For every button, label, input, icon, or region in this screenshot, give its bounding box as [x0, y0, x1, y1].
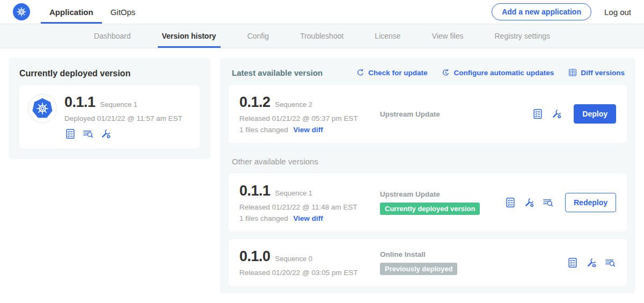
top-nav-right: Add a new application Log out — [492, 0, 631, 24]
refresh-icon — [356, 68, 365, 77]
subnav-tab-view-files[interactable]: View files — [432, 24, 464, 48]
subnav-tab-config[interactable]: Config — [247, 24, 269, 48]
version-card-0-1-1: 0.1.1 Sequence 1 Released 01/21/22 @ 11:… — [229, 174, 627, 232]
app-tabs: Application GitOps — [41, 0, 144, 24]
subnav-tab-license[interactable]: License — [375, 24, 400, 48]
top-nav: Application GitOps Add a new application… — [0, 0, 644, 24]
files-changed-label: 1 files changed — [239, 214, 288, 222]
version-released-date: Released 01/21/22 @ 05:37 pm EST — [239, 114, 380, 122]
files-changed-label: 1 files changed — [239, 126, 288, 134]
version-card-0-1-2: 0.1.2 Sequence 2 Released 01/21/22 @ 05:… — [229, 85, 627, 143]
view-config-icon[interactable] — [586, 257, 597, 269]
subnav-tab-registry-settings[interactable]: Registry settings — [495, 24, 550, 48]
version-number: 0.1.0 — [239, 248, 270, 265]
edit-config-icon[interactable] — [100, 128, 112, 140]
release-notes-icon[interactable] — [82, 128, 94, 140]
redeploy-button[interactable]: Redeploy — [565, 193, 616, 212]
current-version-deployed-date: Deployed 01/21/22 @ 11:57 am EST — [64, 114, 182, 122]
previously-deployed-badge: Previously deployed — [380, 263, 457, 275]
preflight-checks-icon[interactable] — [532, 108, 544, 120]
schedule-icon — [441, 68, 450, 77]
current-version-panel: Currently deployed version 0.1.1 Sequenc… — [9, 58, 210, 159]
tab-application[interactable]: Application — [41, 0, 102, 24]
version-sequence: Sequence 0 — [275, 255, 312, 263]
check-for-update-label: Check for update — [368, 69, 427, 77]
latest-version-title: Latest available version — [232, 68, 323, 77]
other-versions-title: Other available versions — [232, 157, 627, 166]
version-source-label: Upstream Update — [380, 190, 504, 198]
version-card-0-1-0: 0.1.0 Sequence 0 Released 01/20/22 @ 03:… — [229, 239, 627, 286]
current-version-card: 0.1.1 Sequence 1 Deployed 01/21/22 @ 11:… — [19, 85, 200, 148]
logout-button[interactable]: Log out — [604, 8, 631, 17]
version-sequence: Sequence 2 — [275, 100, 312, 109]
kubernetes-logo-icon — [13, 3, 30, 20]
preflight-checks-icon[interactable] — [567, 257, 579, 269]
version-source-label: Online Install — [380, 250, 567, 258]
subnav-tab-version-history[interactable]: Version history — [162, 24, 216, 48]
diff-versions-label: Diff versions — [581, 69, 625, 77]
currently-deployed-badge: Currently deployed version — [380, 203, 480, 215]
diff-icon — [568, 68, 577, 77]
configure-automatic-updates-link[interactable]: Configure automatic updates — [441, 68, 554, 77]
check-for-update-link[interactable]: Check for update — [356, 68, 427, 77]
app-sub-nav: Dashboard Version history Config Trouble… — [0, 24, 644, 48]
version-source-label: Upstream Update — [380, 110, 532, 118]
app-kubernetes-icon — [28, 94, 57, 123]
release-notes-icon[interactable] — [542, 197, 554, 208]
configure-automatic-updates-label: Configure automatic updates — [453, 69, 554, 77]
current-version-title: Currently deployed version — [19, 69, 200, 78]
preflight-checks-icon[interactable] — [64, 128, 76, 140]
deploy-button[interactable]: Deploy — [574, 104, 616, 124]
main-content: Currently deployed version 0.1.1 Sequenc… — [0, 48, 644, 293]
release-notes-icon[interactable] — [604, 257, 616, 269]
edit-config-icon[interactable] — [523, 197, 535, 208]
current-version-sequence: Sequence 1 — [100, 100, 137, 109]
view-diff-link[interactable]: View diff — [294, 126, 323, 134]
add-application-button[interactable]: Add a new application — [492, 3, 591, 20]
subnav-tab-troubleshoot[interactable]: Troubleshoot — [300, 24, 343, 48]
tab-application-label: Application — [49, 8, 93, 17]
version-released-date: Released 01/21/22 @ 11:48 am EST — [239, 203, 380, 211]
tab-gitops[interactable]: GitOps — [102, 0, 144, 24]
subnav-tab-dashboard[interactable]: Dashboard — [94, 24, 131, 48]
tab-gitops-label: GitOps — [111, 8, 136, 17]
preflight-checks-icon[interactable] — [504, 197, 516, 208]
version-number: 0.1.2 — [239, 94, 270, 111]
diff-versions-link[interactable]: Diff versions — [568, 68, 625, 77]
edit-config-icon[interactable] — [551, 108, 562, 120]
version-released-date: Released 01/20/22 @ 03:05 pm EST — [239, 269, 380, 277]
view-diff-link[interactable]: View diff — [294, 214, 323, 222]
current-version-number: 0.1.1 — [64, 94, 96, 111]
version-sequence: Sequence 1 — [275, 189, 312, 197]
available-versions-panel: Latest available version Check for updat… — [220, 58, 635, 293]
version-number: 0.1.1 — [239, 183, 270, 199]
